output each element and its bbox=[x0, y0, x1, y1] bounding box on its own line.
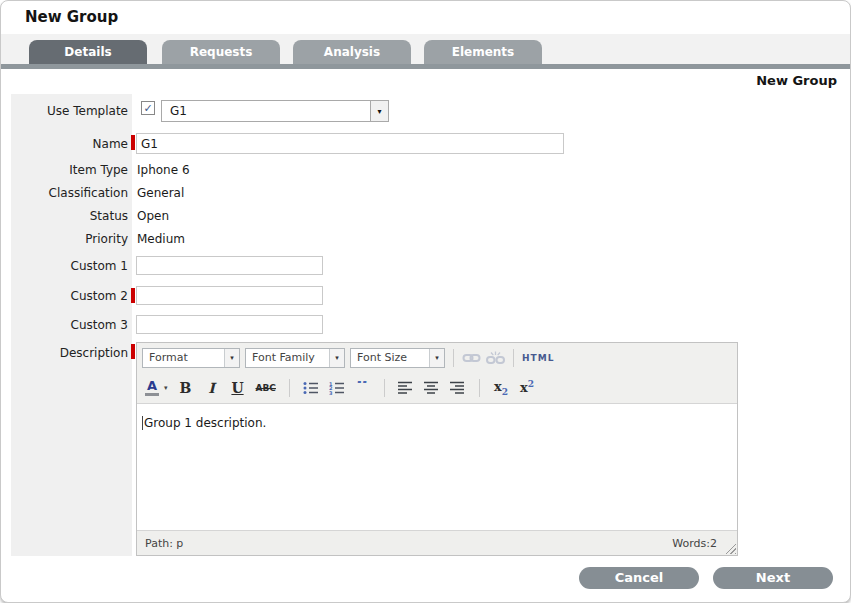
font-size-dropdown[interactable]: Font Size ▾ bbox=[350, 348, 445, 368]
subscript-button[interactable]: x2 bbox=[493, 378, 509, 398]
editor-word-count: Words:2 bbox=[672, 537, 717, 550]
toolbar-separator bbox=[513, 349, 514, 367]
editor-toolbar-top: Format ▾ Font Family ▾ Font Size ▾ HTML bbox=[137, 343, 737, 372]
classification-value: General bbox=[137, 186, 184, 200]
toolbar-separator bbox=[384, 379, 385, 397]
name-required-marker bbox=[131, 135, 135, 150]
custom1-label: Custom 1 bbox=[11, 259, 128, 273]
editor-resize-handle[interactable] bbox=[723, 541, 736, 554]
strikethrough-icon: ABC bbox=[256, 383, 276, 393]
tab-analysis[interactable]: Analysis bbox=[293, 40, 411, 64]
toolbar-separator bbox=[453, 349, 454, 367]
editor-text: Group 1 description. bbox=[144, 416, 266, 430]
editor-status-bar: Path: p Words:2 bbox=[137, 531, 737, 555]
align-left-button[interactable] bbox=[398, 378, 414, 398]
bullet-list-icon bbox=[303, 381, 319, 395]
cancel-button[interactable]: Cancel bbox=[579, 567, 699, 589]
align-right-button[interactable] bbox=[450, 378, 466, 398]
insert-link-icon[interactable] bbox=[462, 348, 481, 368]
toolbar-separator bbox=[289, 379, 290, 397]
dropdown-arrow-icon: ▾ bbox=[329, 349, 344, 367]
bullet-list-button[interactable] bbox=[303, 378, 319, 398]
custom3-input[interactable] bbox=[136, 315, 323, 334]
format-dropdown[interactable]: Format ▾ bbox=[142, 348, 240, 368]
tab-underline-bar bbox=[1, 64, 850, 69]
italic-button[interactable]: I bbox=[204, 378, 220, 398]
numbered-list-button[interactable]: 123 bbox=[329, 378, 345, 398]
bold-button[interactable]: B bbox=[178, 378, 194, 398]
subscript-icon: x2 bbox=[494, 379, 508, 397]
align-center-icon bbox=[424, 381, 439, 395]
priority-value: Medium bbox=[137, 232, 185, 246]
html-source-button[interactable]: HTML bbox=[522, 353, 554, 363]
name-input[interactable] bbox=[136, 133, 564, 154]
use-template-checkbox[interactable]: ✓ bbox=[141, 101, 155, 115]
font-color-icon: A bbox=[145, 379, 159, 396]
use-template-label: Use Template bbox=[11, 104, 128, 118]
priority-label: Priority bbox=[11, 232, 128, 246]
text-caret bbox=[142, 416, 143, 430]
custom1-input[interactable] bbox=[136, 256, 323, 275]
next-button[interactable]: Next bbox=[713, 567, 833, 589]
description-required-marker bbox=[131, 344, 135, 359]
custom3-label: Custom 3 bbox=[11, 318, 128, 332]
align-left-icon bbox=[398, 381, 413, 395]
name-label: Name bbox=[11, 137, 128, 151]
remove-link-icon[interactable] bbox=[486, 348, 505, 368]
checkmark-icon: ✓ bbox=[143, 102, 152, 115]
editor-toolbar-bottom: A ▾ B I U ABC 123 “ x2 bbox=[137, 372, 737, 403]
svg-text:3: 3 bbox=[329, 389, 333, 395]
strikethrough-button[interactable]: ABC bbox=[256, 378, 276, 398]
section-title: New Group bbox=[756, 73, 837, 88]
toolbar-separator bbox=[479, 379, 480, 397]
font-family-dropdown-value: Font Family bbox=[246, 351, 315, 364]
dropdown-arrow-icon: ▾ bbox=[224, 349, 239, 367]
blockquote-button[interactable]: “ bbox=[355, 378, 371, 398]
editor-content-area[interactable]: Group 1 description. bbox=[137, 403, 737, 531]
new-group-window: New Group Details Requests Analysis Elem… bbox=[0, 0, 851, 603]
font-family-dropdown[interactable]: Font Family ▾ bbox=[245, 348, 345, 368]
custom2-input[interactable] bbox=[136, 286, 323, 305]
item-type-label: Item Type bbox=[11, 163, 128, 177]
item-type-value: Iphone 6 bbox=[137, 163, 190, 177]
template-select-value: G1 bbox=[162, 104, 187, 118]
dropdown-arrow-icon: ▾ bbox=[429, 349, 444, 367]
font-color-button[interactable]: A bbox=[144, 378, 160, 398]
superscript-button[interactable]: x2 bbox=[519, 378, 535, 398]
custom2-required-marker bbox=[131, 288, 135, 303]
underline-icon: U bbox=[231, 380, 243, 396]
font-color-arrow-icon[interactable]: ▾ bbox=[164, 384, 168, 392]
template-select[interactable]: G1 ▾ bbox=[161, 100, 389, 122]
editor-path-status: Path: p bbox=[145, 537, 183, 550]
tab-elements[interactable]: Elements bbox=[424, 40, 542, 64]
align-center-button[interactable] bbox=[424, 378, 440, 398]
status-label: Status bbox=[11, 209, 128, 223]
custom2-label: Custom 2 bbox=[11, 289, 128, 303]
blockquote-icon: “ bbox=[356, 381, 370, 395]
description-editor: Format ▾ Font Family ▾ Font Size ▾ HTML … bbox=[136, 342, 738, 556]
classification-label: Classification bbox=[11, 186, 128, 200]
italic-icon: I bbox=[208, 380, 215, 396]
underline-button[interactable]: U bbox=[230, 378, 246, 398]
align-right-icon bbox=[450, 381, 465, 395]
numbered-list-icon: 123 bbox=[329, 381, 345, 395]
tab-details[interactable]: Details bbox=[29, 40, 147, 64]
tab-requests[interactable]: Requests bbox=[162, 40, 280, 64]
bold-icon: B bbox=[180, 380, 192, 396]
status-value: Open bbox=[137, 209, 169, 223]
superscript-icon: x2 bbox=[520, 379, 534, 395]
format-dropdown-value: Format bbox=[143, 351, 188, 364]
dropdown-arrow-icon: ▾ bbox=[370, 101, 388, 121]
description-label: Description bbox=[11, 346, 128, 360]
font-size-dropdown-value: Font Size bbox=[351, 351, 407, 364]
page-title: New Group bbox=[25, 8, 118, 26]
